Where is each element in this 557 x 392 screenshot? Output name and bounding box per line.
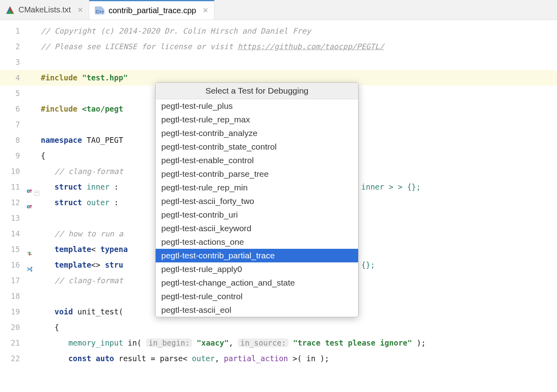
line-number: 14 <box>0 226 35 242</box>
line-number: 2 <box>0 39 35 54</box>
line-number: 9 <box>0 148 35 164</box>
popup-item[interactable]: pegtl-test-enable_control <box>156 154 358 167</box>
shuffle-icon[interactable] <box>26 262 33 268</box>
line-number: 8 <box>0 132 35 148</box>
tab-bar: CMakeLists.txt ✕ C++ contrib_partial_tra… <box>0 0 557 20</box>
popup-item[interactable]: pegtl-test-actions_one <box>156 235 358 249</box>
line-number: 16 <box>0 257 35 273</box>
close-icon[interactable]: ✕ <box>77 6 83 14</box>
popup-item[interactable]: pegtl-test-rule_apply0 <box>156 262 358 276</box>
popup-item[interactable]: pegtl-test-contrib_analyze <box>156 126 358 140</box>
popup-item[interactable]: pegtl-test-contrib_state_control <box>156 140 358 154</box>
line-number: 18 <box>0 288 35 304</box>
popup-item[interactable]: pegtl-test-ascii_eol <box>156 303 358 317</box>
tab-label: contrib_partial_trace.cpp <box>108 6 196 15</box>
popup-item[interactable]: pegtl-test-ascii_forty_two <box>156 194 358 208</box>
popup-item[interactable]: pegtl-test-rule_plus <box>156 99 358 113</box>
tab-contrib-partial-trace[interactable]: C++ contrib_partial_trace.cpp ✕ <box>89 0 214 20</box>
override-up-icon[interactable] <box>26 200 33 206</box>
line-number: 1 <box>0 23 35 39</box>
line-number: 10 <box>0 164 35 179</box>
line-number: 21 <box>0 335 35 351</box>
override-up-icon[interactable] <box>26 184 33 190</box>
popup-item[interactable]: pegtl-test-rule_control <box>156 290 358 303</box>
line-number: 11 <box>0 179 35 195</box>
code-line: // Copyright (c) 2014-2020 Dr. Colin Hir… <box>35 23 557 39</box>
code-line: // Please see LICENSE for license or vis… <box>35 39 557 54</box>
line-number: 20 <box>0 320 35 335</box>
line-number: 4 <box>0 70 35 86</box>
line-number: 13 <box>0 210 35 226</box>
svg-point-4 <box>28 190 29 192</box>
line-number: 22 <box>0 351 35 366</box>
code-line: { <box>35 320 557 335</box>
cpp-file-icon: C++ <box>95 6 104 14</box>
line-number: 19 <box>0 304 35 320</box>
popup-item[interactable]: pegtl-test-ascii_keyword <box>156 222 358 235</box>
tab-label: CMakeLists.txt <box>18 5 71 14</box>
popup-item[interactable]: pegtl-test-rule_rep_max <box>156 113 358 126</box>
tab-cmakelists[interactable]: CMakeLists.txt ✕ <box>0 0 89 20</box>
swap-icon[interactable] <box>26 246 33 253</box>
line-number: 3 <box>0 54 35 70</box>
line-number: 17 <box>0 273 35 288</box>
code-line: const auto result = parse< outer, partia… <box>35 351 557 366</box>
code-line: memory_input in( in_begin: "xaacy", in_s… <box>35 335 557 351</box>
popup-item[interactable]: pegtl-test-contrib_parse_tree <box>156 167 358 181</box>
cmake-icon <box>6 6 14 14</box>
debug-test-popup: Select a Test for Debugging pegtl-test-r… <box>155 82 359 317</box>
popup-item[interactable]: pegtl-test-contrib_partial_trace <box>156 249 358 262</box>
popup-title: Select a Test for Debugging <box>156 83 358 99</box>
code-line <box>35 54 557 70</box>
svg-point-6 <box>28 206 29 207</box>
popup-item[interactable]: pegtl-test-contrib_uri <box>156 208 358 222</box>
close-icon[interactable]: ✕ <box>202 6 208 15</box>
popup-item[interactable]: pegtl-test-change_action_and_state <box>156 276 358 290</box>
popup-item[interactable]: pegtl-test-rule_rep_min <box>156 181 358 194</box>
fold-icon[interactable] <box>34 191 39 196</box>
gutter: 1 2 3 4 5 6 7 8 9 10 11 12 13 14 15 16 1… <box>0 20 35 366</box>
popup-list: pegtl-test-rule_pluspegtl-test-rule_rep_… <box>156 99 358 317</box>
line-number: 12 <box>0 195 35 210</box>
line-number: 6 <box>0 101 35 117</box>
line-number: 7 <box>0 117 35 132</box>
line-number: 5 <box>0 86 35 101</box>
line-number: 15 <box>0 242 35 257</box>
